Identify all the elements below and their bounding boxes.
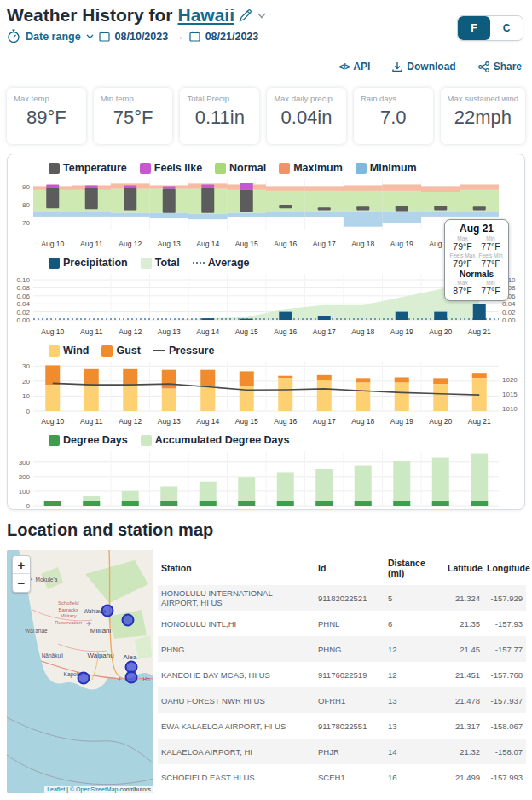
legend-item[interactable]: Feels like [140,162,202,174]
station-map[interactable]: + − Leaflet | © OpenStreetMap contributo… [7,550,153,793]
chart-legend: Degree DaysAccumulated Degree Days [49,432,524,448]
station-cell: 21.35 [444,611,483,636]
svg-text:100: 100 [19,488,31,496]
stations-column-header: Distance (mi) [385,553,444,585]
station-cell: -157.937 [483,687,526,713]
station-cell: -157.993 [483,764,526,790]
legend-item[interactable]: Pressure [153,345,215,357]
station-cell: 5 [385,585,444,611]
legend-item[interactable]: Precipitation [49,257,128,269]
leaflet-link[interactable]: Leaflet [47,786,65,792]
station-cell: 91176022519 [315,662,385,687]
svg-text:0.06: 0.06 [16,293,30,300]
download-button[interactable]: Download [392,61,455,72]
chart-legend: TemperatureFeels likeNormalMaximumMinimu… [49,160,524,176]
station-marker[interactable] [78,671,90,684]
wind-plot[interactable]: 0102030101010151020Aug 10Aug 11Aug 12Aug… [8,358,524,426]
svg-text:Aug 18: Aug 18 [351,417,374,426]
celsius-button[interactable]: C [490,16,523,40]
map-zoom-control: + − [12,555,31,593]
station-cell: KALAELOA AIRPORT, HI [158,739,315,764]
station-cell: 21.499 [444,764,483,790]
legend-item[interactable]: Maximum [279,162,343,174]
stat-card: Rain days7.0 [354,88,433,144]
svg-text:Aug 10: Aug 10 [41,417,64,426]
stations-column-header: Longitude [483,553,526,585]
degree-days-plot[interactable]: 0100200300Aug 10Aug 11Aug 12Aug 13Aug 14… [8,448,524,510]
svg-text:0.02: 0.02 [16,309,30,316]
fahrenheit-button[interactable]: F [458,16,490,40]
download-icon [392,61,402,72]
legend-item[interactable]: Average [193,257,250,269]
legend-swatch [279,163,290,174]
legend-item[interactable]: Gust [101,345,140,357]
legend-swatch [101,345,113,357]
date-range-control[interactable]: Date range 08/10/2023 → 08/21/2023 [7,29,258,43]
svg-text:Aug 15: Aug 15 [235,240,258,248]
legend-item[interactable]: Wind [49,345,89,357]
stat-card: Max temp89°F [7,88,86,144]
legend-label: Gust [116,345,140,357]
legend-swatch [356,163,367,174]
svg-text:Aug 17: Aug 17 [313,417,336,426]
station-row[interactable]: EWA KALAELOA AIRPORT, HI US9117802255113… [158,713,526,739]
tooltip-normals-max-value: 87°F [448,286,477,296]
start-date[interactable]: 08/10/2023 [115,31,169,43]
tooltip-feels-max-value: 79°F [448,258,477,269]
legend-item[interactable]: Minimum [356,162,417,174]
degree-days-chart[interactable]: Degree DaysAccumulated Degree Days010020… [8,432,524,510]
legend-item[interactable]: Temperature [49,162,127,174]
svg-text:Aug 13: Aug 13 [158,417,181,426]
chevron-down-icon[interactable] [86,34,94,39]
share-button[interactable]: Share [478,61,522,72]
attribution-rest: contributors [118,786,151,792]
station-row[interactable]: SCHOFIELD EAST HI USSCEH11621.499-157.99… [158,764,526,790]
stations-table: StationIdDistance (mi)LatitudeLongitude … [158,553,526,790]
station-row[interactable]: OAHU FOREST NWR HI USOFRH11321.478-157.9… [158,687,526,713]
svg-text:30: 30 [22,362,30,370]
station-marker[interactable] [101,605,114,617]
legend-item[interactable]: Degree Days [49,434,128,446]
svg-text:0.10: 0.10 [16,276,30,284]
tooltip-feels-min-value: 77°F [477,258,505,269]
chevron-down-icon[interactable] [257,13,266,19]
station-row[interactable]: KANEOHE BAY MCAS, HI US911760225191221.4… [158,662,526,687]
station-cell: 12 [385,636,444,662]
station-cell: 14 [385,739,444,764]
wind-chart[interactable]: WindGustPressure0102030101010151020Aug 1… [8,343,524,430]
api-button[interactable]: </> API [339,61,370,72]
station-row[interactable]: HONOLULU INTL,HIPHNL621.35-157.93 [158,611,526,636]
station-cell: 21.317 [444,713,483,739]
station-row[interactable]: PHNGPHNG1221.45-157.77 [158,636,526,662]
legend-swatch [49,163,60,174]
station-row[interactable]: HONOLULU INTERNATIONAL AIRPORT, HI US911… [158,585,526,611]
station-cell: -157.929 [483,585,526,611]
zoom-in-button[interactable]: + [13,556,30,574]
stat-value: 75°F [101,107,166,129]
action-links: </> API Download Share [339,61,522,72]
tooltip-normals-max-label: Max [448,280,477,286]
osm-link[interactable]: © OpenStreetMap [70,786,119,792]
chart-tooltip: Aug 21 Max Min 79°F 77°F Feels Max Feels… [444,219,509,301]
station-cell: -157.768 [483,662,526,687]
station-cell: -158.07 [483,739,526,764]
location-link[interactable]: Hawaii [178,5,253,26]
legend-label: Average [208,257,250,269]
station-cell: 13 [385,713,444,739]
zoom-out-button[interactable]: − [13,574,30,592]
map-place-label: Schofield Barracks Military Reservation [49,600,87,626]
legend-label: Normal [229,162,266,174]
end-date[interactable]: 08/21/2023 [205,31,259,43]
legend-item[interactable]: Accumulated Degree Days [141,434,290,446]
legend-item[interactable]: Total [141,257,180,269]
station-row[interactable]: KALAELOA AIRPORT, HIPHJR1421.32-158.07 [158,739,526,764]
svg-text:Aug 15: Aug 15 [235,417,258,426]
stat-label: Min temp [101,94,166,103]
legend-item[interactable]: Normal [215,162,266,174]
edit-pencil-icon[interactable] [238,9,252,23]
legend-swatch [49,435,60,446]
station-cell: 91178022551 [315,713,385,739]
station-marker[interactable] [124,671,137,684]
station-marker[interactable] [121,614,134,627]
date-range-label[interactable]: Date range [26,31,81,43]
